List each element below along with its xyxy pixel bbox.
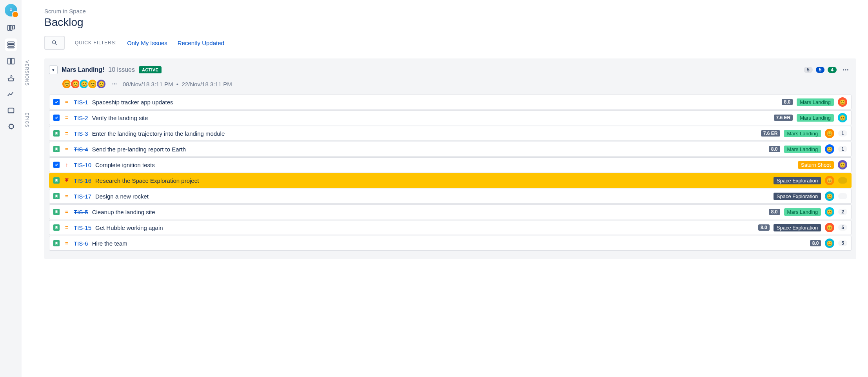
estimate-badge: 8.0: [769, 146, 780, 152]
issue-key[interactable]: TIS-17: [74, 193, 91, 200]
priority-icon: =: [64, 99, 70, 105]
issue-row[interactable]: ↑TIS-10Complete ignition testsSaturn Sho…: [49, 157, 852, 172]
issue-title: Cleanup the landing site: [92, 209, 765, 215]
estimate-badge: 7.6 ER: [761, 130, 780, 137]
issue-row[interactable]: =TIS-4Send the pre-landing report to Ear…: [49, 142, 852, 157]
epics-tab[interactable]: EPICS: [23, 111, 31, 129]
assignee-avatar[interactable]: 😊: [838, 113, 847, 122]
board-icon[interactable]: [6, 24, 16, 33]
issue-key[interactable]: TIS-1: [74, 99, 88, 106]
svg-point-16: [847, 69, 848, 71]
assignee-avatar[interactable]: 😊: [825, 207, 834, 217]
story-icon: [53, 209, 60, 215]
count-inprogress: 5: [816, 67, 825, 73]
issue-row[interactable]: =TIS-15Get Hubble working again8.0Space …: [49, 220, 852, 235]
link-count: 5: [838, 224, 847, 231]
breadcrumb[interactable]: Scrum in Space: [44, 8, 856, 15]
svg-rect-2: [7, 25, 9, 31]
issue-list: =TIS-1Spaceship tracker app updates8.0Ma…: [49, 95, 852, 251]
issue-title: Spaceship tracker app updates: [92, 99, 778, 106]
filter-row: QUICK FILTERS: Only My Issues Recently U…: [44, 36, 856, 50]
issue-row[interactable]: TIS-16Research the Space Exploration pro…: [49, 173, 852, 188]
estimate-badge: 8.0: [769, 209, 780, 215]
issue-key[interactable]: TIS-16: [74, 177, 91, 184]
assignee-avatar[interactable]: 😊: [825, 223, 834, 232]
epic-badge[interactable]: Space Exploration: [774, 224, 821, 231]
quick-filter-recently-updated[interactable]: Recently Updated: [178, 40, 224, 46]
ship-icon[interactable]: [6, 73, 16, 82]
epic-badge[interactable]: Mars Landing: [797, 98, 834, 106]
assignee-avatar[interactable]: 😊: [825, 144, 834, 154]
svg-rect-8: [7, 58, 10, 64]
svg-point-18: [114, 84, 115, 85]
epic-badge[interactable]: Mars Landing: [797, 114, 834, 122]
priority-icon: =: [64, 146, 70, 152]
assignee-avatar[interactable]: 😊: [838, 160, 847, 169]
issue-title: Send the pre-landing report to Earth: [92, 146, 765, 153]
estimate-badge: 8.0: [810, 240, 821, 246]
issue-row[interactable]: =TIS-2Verify the landing site7.6 ERMars …: [49, 110, 852, 125]
sprint-panel: ▾ Mars Landing! 10 issues ACTIVE 5 5 4 😊…: [44, 58, 856, 259]
assignee-avatar[interactable]: 😊: [825, 239, 834, 248]
estimate-badge: 8.0: [758, 224, 770, 231]
search-icon: [51, 40, 58, 46]
pages-icon[interactable]: [6, 106, 16, 115]
issue-key[interactable]: TIS-2: [74, 115, 88, 121]
issue-key[interactable]: TIS-4: [74, 146, 88, 153]
chevron-down-icon[interactable]: ▾: [49, 66, 58, 74]
epic-badge[interactable]: Space Exploration: [774, 177, 821, 184]
epic-badge[interactable]: Mars Landing: [784, 146, 821, 153]
quick-filter-only-my-issues[interactable]: Only My Issues: [127, 40, 167, 46]
svg-line-13: [55, 44, 57, 45]
issue-key[interactable]: TIS-15: [74, 224, 91, 231]
issue-key[interactable]: TIS-5: [74, 209, 88, 215]
svg-rect-4: [13, 25, 15, 29]
assignee-avatar[interactable]: 😊: [825, 176, 834, 185]
count-todo: 5: [804, 67, 813, 73]
avatar[interactable]: 😊: [96, 79, 106, 89]
epic-badge[interactable]: Space Exploration: [774, 193, 821, 200]
sprint-dates: 08/Nov/18 3:11 PM • 22/Nov/18 3:11 PM: [123, 81, 232, 87]
issue-key[interactable]: TIS-3: [74, 130, 88, 137]
assignee-avatar[interactable]: 😊: [825, 191, 834, 201]
svg-rect-5: [7, 42, 14, 44]
issue-row[interactable]: =TIS-5Cleanup the landing site8.0Mars La…: [49, 204, 852, 219]
versions-tab[interactable]: VERSIONS: [23, 59, 31, 87]
issue-title: Design a new rocket: [95, 193, 770, 200]
issue-row[interactable]: =TIS-6Hire the team8.0😊5: [49, 236, 852, 251]
settings-icon[interactable]: [6, 122, 16, 132]
search-input[interactable]: [44, 36, 65, 50]
assignee-avatar[interactable]: 😊: [825, 129, 834, 138]
issue-row[interactable]: =TIS-1Spaceship tracker app updates8.0Ma…: [49, 95, 852, 109]
issue-title: Enter the landing trajectory into the la…: [92, 130, 757, 137]
issue-key[interactable]: TIS-6: [74, 240, 88, 247]
story-icon: [53, 193, 60, 199]
project-avatar[interactable]: [5, 4, 17, 16]
assignee-avatar[interactable]: 😊: [838, 97, 847, 107]
svg-point-14: [843, 69, 844, 71]
issue-row[interactable]: =TIS-3Enter the landing trajectory into …: [49, 126, 852, 141]
epic-badge[interactable]: Mars Landing: [784, 130, 821, 137]
link-count: [838, 193, 847, 199]
backlog-icon[interactable]: [6, 40, 16, 49]
reports-icon[interactable]: [6, 89, 16, 99]
issue-key[interactable]: TIS-10: [74, 162, 91, 168]
sprint-name: Mars Landing!: [62, 66, 104, 73]
avatars-more-button[interactable]: [110, 80, 119, 88]
svg-rect-6: [7, 44, 14, 46]
epic-badge[interactable]: Mars Landing: [784, 208, 821, 216]
issue-title: Complete ignition tests: [95, 162, 794, 168]
more-icon: [842, 66, 849, 73]
sprint-status-badge: ACTIVE: [139, 66, 162, 73]
story-icon: [53, 240, 60, 246]
issue-row[interactable]: =TIS-17Design a new rocketSpace Explorat…: [49, 189, 852, 204]
sprint-more-button[interactable]: [840, 64, 852, 76]
side-tabs: VERSIONS EPICS: [22, 0, 33, 377]
nav-rail: [0, 0, 22, 377]
issue-title: Hire the team: [92, 240, 806, 247]
svg-rect-9: [11, 58, 14, 64]
estimate-badge: 7.6 ER: [774, 115, 793, 121]
epic-badge[interactable]: Saturn Shoot: [798, 161, 834, 169]
sprints-icon[interactable]: [6, 56, 16, 66]
main-content: Scrum in Space Backlog QUICK FILTERS: On…: [33, 0, 868, 377]
